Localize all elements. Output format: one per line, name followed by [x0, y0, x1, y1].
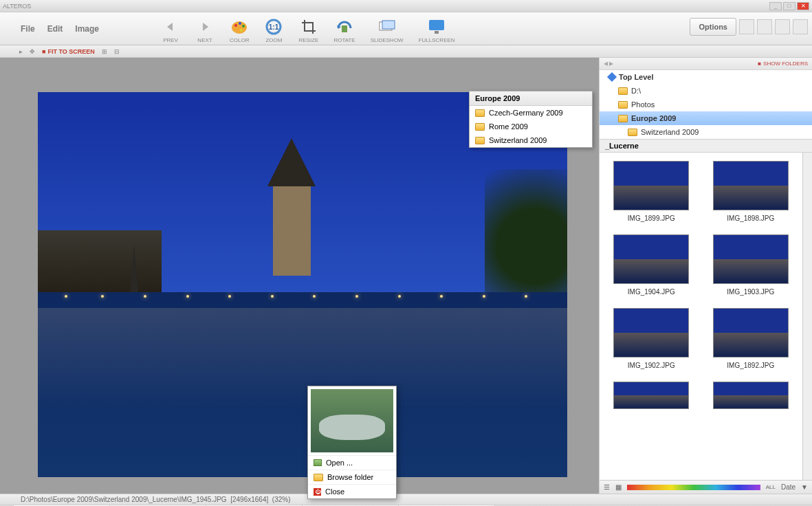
view-grid-icon[interactable]: ▦	[615, 483, 622, 491]
arrow-left-icon	[161, 17, 180, 36]
thumbnail-image	[713, 234, 789, 284]
tree-label: Top Level	[619, 73, 654, 81]
tree-label: D:\	[631, 87, 641, 95]
close-button[interactable]: ✕	[797, 2, 809, 10]
svg-rect-7	[342, 25, 347, 32]
app-title: ALTEROS	[3, 3, 31, 10]
thumbnail-caption: IMG_1892.JPG	[727, 362, 774, 369]
diamond-icon	[607, 72, 617, 82]
tree-label: Europe 2009	[631, 114, 676, 122]
folder-icon	[475, 123, 485, 131]
options-button[interactable]: Options	[690, 18, 736, 36]
tree-row[interactable]: Switzerland 2009	[600, 125, 812, 139]
pointer-tool[interactable]: ▸	[19, 48, 23, 55]
current-folder-label: _Lucerne	[600, 140, 812, 153]
slideshow-icon	[377, 17, 397, 36]
menu-edit[interactable]: Edit	[47, 24, 63, 34]
thumbnail-caption: IMG_1902.JPG	[628, 362, 675, 369]
folder-icon	[475, 137, 485, 144]
minimize-button[interactable]: _	[769, 2, 782, 10]
view-mode-2[interactable]	[757, 19, 772, 34]
breadcrumb-header: Europe 2009	[470, 91, 592, 106]
color-filter-strip[interactable]	[627, 485, 760, 490]
sort-label[interactable]: Date	[781, 483, 795, 491]
status-zoom: (32%)	[272, 496, 291, 503]
thumbnail[interactable]	[705, 382, 798, 409]
fullscreen-button[interactable]: FULLSCREEN	[419, 17, 455, 45]
zoom-in-tool[interactable]: ⊞	[102, 48, 107, 55]
svg-point-4	[240, 29, 243, 32]
thumbnail[interactable]: IMG_1904.JPG	[605, 234, 698, 296]
zoom-icon: 1:1	[264, 17, 283, 36]
breadcrumb-dropdown: Europe 2009 Czech-Germany 2009Rome 2009S…	[469, 91, 593, 148]
main-image	[38, 92, 567, 477]
fit-to-screen[interactable]: ■ FIT TO SCREEN	[42, 48, 95, 55]
sort-direction-icon[interactable]: ▼	[801, 483, 808, 491]
hand-tool[interactable]: ✥	[30, 48, 35, 55]
preview-browse[interactable]: Browse folder	[308, 470, 396, 484]
preview-thumbnail	[311, 389, 393, 452]
slideshow-button[interactable]: SLIDESHOW	[371, 17, 404, 45]
view-mode-4[interactable]	[793, 19, 808, 34]
tree-label: Photos	[631, 100, 655, 109]
color-button[interactable]: COLOR	[230, 17, 249, 45]
status-dimensions: [2496x1664]	[230, 496, 268, 503]
power-icon: ⏻	[314, 488, 321, 496]
menu-file[interactable]: File	[21, 24, 35, 34]
thumbnail-grid: IMG_1899.JPGIMG_1898.JPGIMG_1904.JPGIMG_…	[600, 153, 802, 480]
thumbnail[interactable]: IMG_1892.JPG	[705, 308, 798, 369]
thumbnail-caption: IMG_1903.JPG	[727, 288, 774, 296]
crop-icon	[299, 17, 318, 36]
thumbnail[interactable]	[605, 382, 698, 409]
prev-button[interactable]: PREV	[161, 17, 180, 45]
breadcrumb-item[interactable]: Switzerland 2009	[470, 133, 592, 147]
svg-rect-11	[435, 31, 439, 34]
tree-row[interactable]: D:\	[600, 84, 812, 98]
thumbnail-image	[713, 161, 789, 210]
thumbnail[interactable]: IMG_1903.JPG	[705, 234, 798, 296]
breadcrumb-item[interactable]: Rome 2009	[470, 120, 592, 133]
tree-row[interactable]: Top Level	[600, 70, 812, 84]
thumbnail-caption: IMG_1904.JPG	[628, 288, 675, 296]
view-list-icon[interactable]: ☰	[604, 483, 610, 491]
tab-preview-popup: Open ... Browse folder ⏻Close	[307, 386, 397, 499]
breadcrumb-item[interactable]: Czech-Germany 2009	[470, 106, 592, 120]
thumbnail-caption: IMG_1899.JPG	[628, 214, 675, 222]
view-mode-3[interactable]	[775, 19, 790, 34]
svg-rect-9	[382, 21, 395, 29]
title-bar: ALTEROS _ □ ✕	[0, 0, 812, 12]
view-mode-1[interactable]	[739, 19, 754, 34]
rotate-icon	[335, 17, 354, 36]
folder-icon	[628, 129, 637, 136]
thumbnail[interactable]: IMG_1902.JPG	[605, 308, 698, 369]
zoom-out-tool[interactable]: ⊟	[114, 48, 120, 55]
nav-arrows[interactable]: ◀ ▶	[604, 60, 613, 67]
browser-panel: ◀ ▶ ■ SHOW FOLDERS Top LevelD:\PhotosEur…	[599, 58, 812, 494]
thumbnail[interactable]: IMG_1898.JPG	[705, 161, 798, 222]
svg-text:1:1: 1:1	[269, 23, 279, 31]
preview-open[interactable]: Open ...	[308, 455, 396, 470]
show-folders-toggle[interactable]: SHOW FOLDERS	[763, 60, 808, 67]
svg-point-1	[234, 24, 237, 27]
thumbnail-image	[613, 234, 689, 284]
folder-icon	[618, 87, 628, 95]
rotate-button[interactable]: ROTATE	[333, 17, 355, 45]
folder-icon	[618, 115, 628, 122]
zoom-button[interactable]: 1:1ZOOM	[264, 17, 283, 45]
thumbnail-image	[613, 308, 689, 358]
menu-image[interactable]: Image	[75, 24, 99, 34]
tree-row[interactable]: Europe 2009	[600, 111, 812, 125]
scrollbar[interactable]	[802, 153, 812, 480]
svg-rect-10	[429, 20, 444, 30]
palette-icon	[230, 17, 249, 36]
tree-row[interactable]: Photos	[600, 98, 812, 111]
thumbnail-caption: IMG_1898.JPG	[727, 214, 774, 222]
thumbnail[interactable]: IMG_1899.JPG	[605, 161, 698, 222]
monitor-icon	[427, 17, 446, 36]
toolbar: File Edit Image PREV NEXT COLOR 1:1ZOOM …	[0, 12, 812, 45]
preview-close[interactable]: ⏻Close	[308, 484, 396, 498]
resize-button[interactable]: RESIZE	[298, 17, 318, 45]
thumbnail-image	[613, 161, 689, 210]
next-button[interactable]: NEXT	[195, 17, 215, 45]
maximize-button[interactable]: □	[783, 2, 795, 10]
